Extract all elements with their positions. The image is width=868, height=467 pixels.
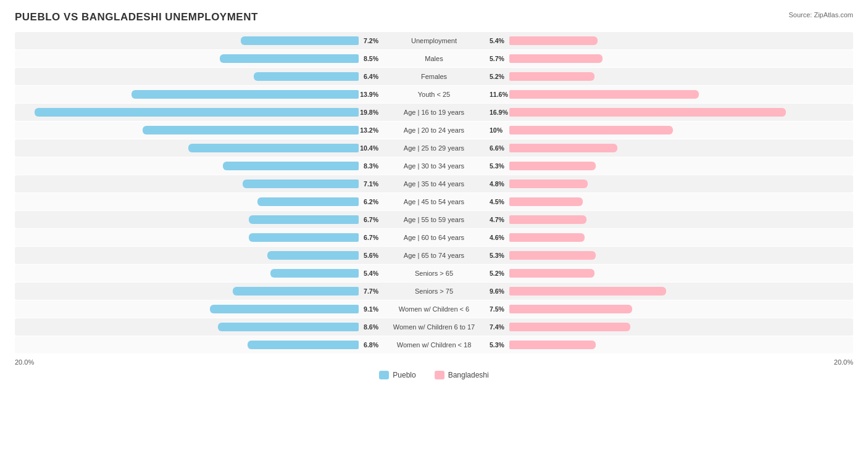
table-row: 7.2% Unemployment 5.4%	[15, 32, 853, 49]
pueblo-bar	[35, 108, 359, 117]
left-half: 5.6%	[15, 247, 378, 264]
right-half: 7.4%	[490, 318, 853, 336]
bangladeshi-bar	[509, 180, 588, 188]
bangladeshi-value: 6.6%	[490, 144, 504, 152]
right-half: 4.7%	[490, 211, 853, 228]
table-row: 7.7% Seniors > 75 9.6%	[15, 283, 853, 300]
right-half: 4.6%	[490, 229, 853, 246]
bangladeshi-bar	[509, 108, 786, 117]
bangladeshi-value: 5.3%	[490, 252, 504, 259]
x-axis-left: 20.0%	[15, 358, 34, 366]
bangladeshi-value: 5.3%	[490, 341, 504, 349]
pueblo-bar	[131, 90, 359, 99]
bangladeshi-value: 10%	[490, 126, 503, 134]
bangladeshi-bar	[509, 36, 598, 45]
left-half: 5.4%	[15, 265, 378, 282]
chart-source: Source: ZipAtlas.com	[788, 11, 853, 19]
row-label: Age | 16 to 19 years	[378, 109, 490, 116]
pueblo-bar	[267, 251, 359, 260]
table-row: 9.1% Women w/ Children < 6 7.5%	[15, 300, 853, 318]
right-half: 7.5%	[490, 300, 853, 318]
row-label: Age | 65 to 74 years	[378, 252, 490, 259]
bangladeshi-bar	[509, 305, 632, 313]
row-label: Youth < 25	[378, 91, 490, 98]
bangladeshi-bar	[509, 144, 617, 152]
pueblo-value: 5.4%	[364, 270, 378, 277]
pueblo-value: 6.7%	[364, 216, 378, 223]
bangladeshi-value: 7.5%	[490, 305, 504, 313]
right-half: 16.9%	[490, 104, 853, 121]
bangladeshi-bar	[509, 54, 603, 63]
bangladeshi-bar	[509, 341, 596, 349]
right-half: 5.3%	[490, 157, 853, 175]
pueblo-bar	[248, 341, 359, 349]
right-half: 9.6%	[490, 283, 853, 300]
left-half: 7.7%	[15, 283, 378, 300]
bangladeshi-bar	[509, 162, 596, 170]
bangladeshi-bar	[509, 269, 595, 278]
pueblo-value: 6.7%	[364, 234, 378, 241]
left-half: 9.1%	[15, 300, 378, 318]
left-half: 8.5%	[15, 50, 378, 67]
bangladeshi-value: 5.4%	[490, 37, 504, 44]
table-row: 8.3% Age | 30 to 34 years 5.3%	[15, 157, 853, 175]
bangladeshi-value: 9.6%	[490, 287, 504, 295]
legend-pueblo-label: Pueblo	[393, 371, 415, 379]
right-half: 10%	[490, 122, 853, 139]
left-half: 13.9%	[15, 86, 378, 103]
table-row: 6.4% Females 5.2%	[15, 68, 853, 85]
left-half: 6.4%	[15, 68, 378, 85]
bangladeshi-bar	[509, 215, 586, 224]
bangladeshi-bar	[509, 90, 699, 99]
bangladeshi-value: 5.2%	[490, 73, 504, 80]
pueblo-value: 7.7%	[364, 287, 378, 295]
row-label: Age | 25 to 29 years	[378, 144, 490, 152]
right-half: 5.7%	[490, 50, 853, 67]
table-row: 19.8% Age | 16 to 19 years 16.9%	[15, 104, 853, 121]
row-label: Age | 45 to 54 years	[378, 198, 490, 205]
table-row: 13.2% Age | 20 to 24 years 10%	[15, 122, 853, 139]
table-row: 8.6% Women w/ Children 6 to 17 7.4%	[15, 318, 853, 336]
table-row: 10.4% Age | 25 to 29 years 6.6%	[15, 139, 853, 157]
right-half: 4.5%	[490, 193, 853, 210]
chart-area: 7.2% Unemployment 5.4% 8.5% Males 5.7% 6…	[15, 32, 853, 353]
bangladeshi-bar	[509, 126, 673, 134]
pueblo-bar	[218, 323, 359, 331]
x-axis: 20.0% 20.0%	[15, 358, 853, 366]
x-axis-right: 20.0%	[834, 358, 853, 366]
bangladeshi-value: 4.6%	[490, 234, 504, 241]
table-row: 6.8% Women w/ Children < 18 5.3%	[15, 336, 853, 353]
pueblo-bar	[249, 233, 359, 242]
table-row: 13.9% Youth < 25 11.6%	[15, 86, 853, 103]
pueblo-bar	[243, 180, 359, 188]
table-row: 5.4% Seniors > 65 5.2%	[15, 265, 853, 282]
bangladeshi-value: 7.4%	[490, 323, 504, 331]
pueblo-bar	[249, 215, 359, 224]
bangladeshi-bar	[509, 233, 585, 242]
row-label: Women w/ Children < 6	[378, 305, 490, 313]
pueblo-bar	[257, 197, 359, 206]
row-label: Women w/ Children 6 to 17	[378, 323, 490, 331]
bangladeshi-value: 11.6%	[490, 91, 508, 98]
right-half: 6.6%	[490, 139, 853, 157]
pueblo-value: 8.5%	[364, 55, 378, 62]
pueblo-value: 6.4%	[364, 73, 378, 80]
table-row: 6.7% Age | 55 to 59 years 4.7%	[15, 211, 853, 228]
right-half: 5.2%	[490, 265, 853, 282]
right-half: 5.4%	[490, 32, 853, 49]
pueblo-value: 7.1%	[364, 180, 378, 188]
left-half: 6.8%	[15, 336, 378, 353]
row-label: Age | 35 to 44 years	[378, 180, 490, 188]
table-row: 7.1% Age | 35 to 44 years 4.8%	[15, 175, 853, 192]
legend-pueblo: Pueblo	[379, 371, 415, 379]
left-half: 6.2%	[15, 193, 378, 210]
pueblo-value: 13.9%	[360, 91, 378, 98]
left-half: 13.2%	[15, 122, 378, 139]
row-label: Age | 30 to 34 years	[378, 162, 490, 170]
legend-bangladeshi-label: Bangladeshi	[448, 371, 489, 379]
bangladeshi-value: 4.7%	[490, 216, 504, 223]
pueblo-bar	[223, 162, 359, 170]
bangladeshi-value: 5.2%	[490, 270, 504, 277]
table-row: 6.2% Age | 45 to 54 years 4.5%	[15, 193, 853, 210]
left-half: 10.4%	[15, 139, 378, 157]
